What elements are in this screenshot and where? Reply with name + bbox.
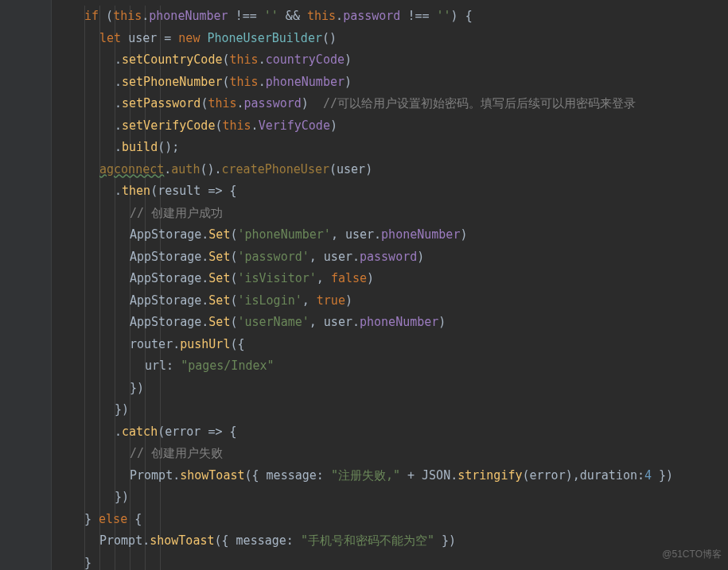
token: AppStorage bbox=[130, 271, 201, 285]
code-line[interactable]: AppStorage.Set('userName', user.phoneNum… bbox=[54, 312, 728, 334]
token: message bbox=[236, 533, 286, 548]
token: + bbox=[400, 468, 422, 483]
token: auth bbox=[171, 162, 200, 176]
token: { bbox=[230, 425, 237, 439]
token: user bbox=[324, 315, 352, 329]
token: ) bbox=[451, 9, 458, 23]
token: message bbox=[267, 468, 317, 483]
code-line[interactable]: .setPhoneNumber(this.phoneNumber) bbox=[54, 72, 728, 94]
code-line[interactable]: }) bbox=[54, 487, 728, 509]
token: catch bbox=[122, 425, 158, 439]
token: AppStorage bbox=[130, 315, 201, 329]
code-line[interactable]: .then(result => { bbox=[54, 180, 728, 203]
token: "pages/Index" bbox=[181, 359, 274, 373]
token: VerifyCode bbox=[259, 118, 330, 133]
token: && bbox=[278, 9, 307, 23]
token: build bbox=[122, 140, 158, 154]
code-line[interactable]: } bbox=[54, 553, 728, 571]
code-line[interactable]: }) bbox=[54, 399, 728, 421]
token: ( bbox=[222, 52, 229, 67]
code-line[interactable]: } else { bbox=[54, 509, 728, 531]
token: }) bbox=[434, 533, 456, 548]
code-line[interactable]: .catch(error => { bbox=[54, 421, 728, 444]
code-line[interactable]: url: "pages/Index" bbox=[54, 355, 728, 378]
token: . bbox=[115, 118, 122, 133]
token: this bbox=[208, 96, 236, 111]
token: ) bbox=[438, 315, 446, 329]
token: { bbox=[458, 9, 473, 23]
token: 'isVisitor' bbox=[237, 271, 316, 285]
token: !== bbox=[228, 9, 264, 23]
token: () bbox=[322, 31, 337, 45]
token: phoneNumber bbox=[266, 75, 345, 89]
code-line[interactable]: .setVerifyCode(this.VerifyCode) bbox=[54, 115, 728, 138]
token: Set bbox=[208, 293, 230, 308]
code-editor[interactable]: if (this.phoneNumber !== '' && this.pass… bbox=[0, 0, 728, 570]
token: Set bbox=[208, 250, 230, 264]
token: Prompt bbox=[130, 468, 173, 483]
token: ({ bbox=[230, 337, 244, 351]
token: this bbox=[307, 9, 336, 23]
watermark: @51CTO博客 bbox=[662, 544, 722, 566]
token: , bbox=[302, 293, 317, 308]
token: stringify bbox=[457, 468, 522, 483]
code-line[interactable]: let user = new PhoneUserBuilder() bbox=[54, 28, 728, 50]
token: . bbox=[115, 425, 122, 439]
token: . bbox=[142, 9, 149, 23]
token: pushUrl bbox=[180, 337, 230, 351]
code-line[interactable]: .setPassword(this.password) //可以给用户设置初始密… bbox=[54, 93, 728, 115]
token: Set bbox=[208, 315, 230, 329]
code-line[interactable]: AppStorage.Set('phoneNumber', user.phone… bbox=[54, 224, 728, 246]
token: ( bbox=[150, 184, 158, 198]
token: : bbox=[286, 533, 301, 548]
token: ) bbox=[345, 75, 352, 89]
token: ), bbox=[566, 468, 580, 483]
code-line[interactable]: .setCountryCode(this.countryCode) bbox=[54, 49, 728, 72]
token: setVerifyCode bbox=[122, 118, 215, 133]
code-line[interactable]: Prompt.showToast({ message: "手机号和密码不能为空"… bbox=[54, 530, 728, 553]
token: (); bbox=[158, 140, 179, 154]
token: } bbox=[84, 512, 91, 526]
code-line[interactable]: AppStorage.Set('password', user.password… bbox=[54, 246, 728, 269]
code-line[interactable]: // 创建用户失败 bbox=[54, 443, 728, 465]
token: = bbox=[157, 31, 178, 45]
token: . bbox=[201, 315, 208, 329]
token: ) bbox=[302, 96, 309, 111]
token: (). bbox=[200, 162, 221, 176]
code-line[interactable]: Prompt.showToast({ message: "注册失败," + JS… bbox=[54, 465, 728, 487]
token: //可以给用户设置初始密码。填写后后续可以用密码来登录 bbox=[323, 96, 636, 111]
token: . bbox=[115, 96, 122, 111]
token: , bbox=[317, 271, 331, 285]
code-line[interactable]: if (this.phoneNumber !== '' && this.pass… bbox=[54, 6, 728, 28]
token: ) bbox=[365, 162, 372, 176]
token: ({ bbox=[215, 533, 236, 548]
token: showToast bbox=[180, 468, 244, 483]
token: user bbox=[128, 31, 157, 45]
code-line[interactable]: .build(); bbox=[54, 137, 728, 159]
code-line[interactable]: }) bbox=[54, 378, 728, 400]
token: 'phoneNumber' bbox=[237, 227, 330, 242]
code-line[interactable]: AppStorage.Set('isVisitor', false) bbox=[54, 268, 728, 290]
token: 4 bbox=[644, 468, 652, 483]
token: => bbox=[200, 425, 229, 439]
token: . bbox=[115, 75, 122, 89]
token: , bbox=[331, 227, 345, 242]
token: PhoneUserBuilder bbox=[207, 31, 322, 45]
token: ) bbox=[417, 250, 424, 264]
token: . bbox=[374, 227, 381, 242]
code-body[interactable]: if (this.phoneNumber !== '' && this.pass… bbox=[51, 6, 728, 570]
token: setPassword bbox=[122, 96, 200, 111]
code-line[interactable]: AppStorage.Set('isLogin', true) bbox=[54, 290, 728, 312]
token: . bbox=[201, 293, 208, 308]
code-line[interactable]: // 创建用户成功 bbox=[54, 203, 728, 225]
code-line[interactable]: agconnect.auth().createPhoneUser(user) bbox=[54, 159, 728, 181]
token: createPhoneUser bbox=[222, 162, 329, 176]
code-line[interactable]: router.pushUrl({ bbox=[54, 334, 728, 356]
token bbox=[309, 96, 323, 111]
token: . bbox=[142, 533, 150, 548]
token: JSON bbox=[422, 468, 450, 483]
token: phoneNumber bbox=[149, 9, 228, 23]
token: phoneNumber bbox=[360, 315, 438, 329]
token: AppStorage bbox=[130, 227, 201, 242]
token: "手机号和密码不能为空" bbox=[301, 533, 434, 548]
